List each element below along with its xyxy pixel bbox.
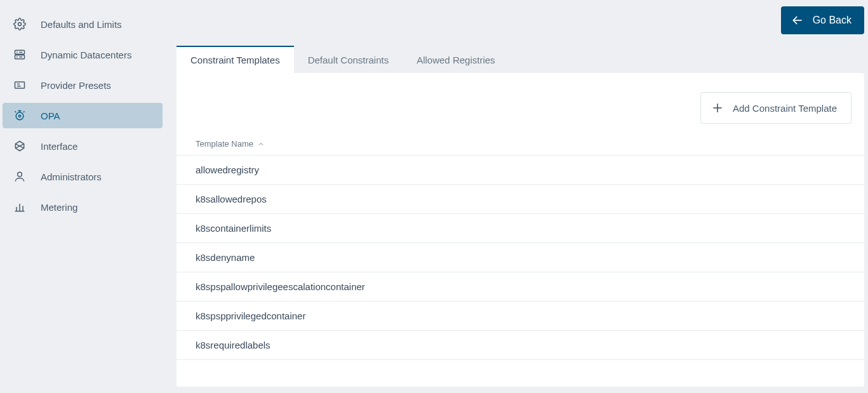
gear-icon <box>13 17 27 31</box>
table-row[interactable]: k8sdenyname <box>177 243 864 272</box>
sidebar-item-label: Defaults and Limits <box>41 19 122 30</box>
add-constraint-template-button[interactable]: Add Constraint Template <box>700 92 851 124</box>
go-back-label: Go Back <box>813 15 851 26</box>
table-body: allowedregistry k8sallowedrepos k8sconta… <box>177 155 864 387</box>
template-name-cell: allowedregistry <box>196 164 259 175</box>
presets-icon <box>13 78 27 92</box>
svg-point-18 <box>18 172 22 177</box>
template-name-cell: k8sdenyname <box>196 252 255 263</box>
template-name-cell: k8sallowedrepos <box>196 194 267 204</box>
tab-label: Allowed Registries <box>417 55 495 65</box>
svg-point-10 <box>16 112 23 120</box>
svg-point-11 <box>18 115 20 117</box>
add-button-label: Add Constraint Template <box>733 103 837 114</box>
main-content: Go Back Constraint Templates Default Con… <box>165 0 868 393</box>
panel: Add Constraint Template Template Name al… <box>177 73 864 387</box>
svg-rect-7 <box>15 82 25 88</box>
tab-default-constraints[interactable]: Default Constraints <box>294 46 403 73</box>
svg-point-0 <box>18 23 22 26</box>
user-icon <box>13 170 27 183</box>
tab-constraint-templates[interactable]: Constraint Templates <box>177 46 294 73</box>
tab-allowed-registries[interactable]: Allowed Registries <box>403 46 509 73</box>
table-row[interactable]: k8srequiredlabels <box>177 330 864 360</box>
sidebar-item-label: OPA <box>41 110 60 121</box>
table-row[interactable]: k8scontainerlimits <box>177 213 864 243</box>
svg-line-15 <box>23 111 25 112</box>
template-name-cell: k8spspprivilegedcontainer <box>196 310 305 321</box>
tabs: Constraint Templates Default Constraints… <box>177 46 864 73</box>
server-icon <box>13 48 27 62</box>
sidebar-item-defaults[interactable]: Defaults and Limits <box>3 11 163 37</box>
bar-chart-icon <box>13 200 27 214</box>
sidebar-item-label: Provider Presets <box>41 80 111 91</box>
interface-icon <box>13 139 27 153</box>
panel-actions: Add Constraint Template <box>177 73 864 135</box>
plus-icon <box>711 102 724 114</box>
template-name-cell: k8scontainerlimits <box>196 223 271 234</box>
sidebar-item-label: Interface <box>41 141 77 152</box>
template-name-cell: k8spspallowprivilegeescalationcontainer <box>196 281 365 292</box>
sidebar-item-metering[interactable]: Metering <box>3 194 163 220</box>
svg-line-14 <box>15 111 17 112</box>
opa-icon <box>13 109 27 123</box>
tab-label: Default Constraints <box>308 55 389 65</box>
sidebar-item-datacenters[interactable]: Dynamic Datacenters <box>3 42 163 67</box>
sidebar-item-opa[interactable]: OPA <box>3 103 163 128</box>
template-name-cell: k8srequiredlabels <box>196 340 270 350</box>
topbar: Go Back <box>177 6 864 46</box>
table-row[interactable]: k8spspallowprivilegeescalationcontainer <box>177 272 864 301</box>
sidebar: Defaults and Limits Dynamic Datacenters <box>0 0 165 393</box>
sidebar-item-label: Administrators <box>41 171 102 182</box>
table-row[interactable]: k8sallowedrepos <box>177 184 864 213</box>
table-header[interactable]: Template Name <box>177 135 864 155</box>
column-header-template-name: Template Name <box>196 139 253 149</box>
table-row[interactable]: allowedregistry <box>177 155 864 184</box>
sidebar-item-label: Dynamic Datacenters <box>41 50 131 60</box>
sidebar-item-interface[interactable]: Interface <box>3 133 163 159</box>
tab-label: Constraint Templates <box>190 55 280 65</box>
table-row[interactable]: k8spspprivilegedcontainer <box>177 301 864 330</box>
sort-asc-icon <box>257 140 265 148</box>
arrow-left-icon <box>791 14 804 27</box>
go-back-button[interactable]: Go Back <box>781 6 864 34</box>
sidebar-item-label: Metering <box>41 202 77 213</box>
sidebar-item-admins[interactable]: Administrators <box>3 164 163 189</box>
sidebar-item-presets[interactable]: Provider Presets <box>3 72 163 98</box>
